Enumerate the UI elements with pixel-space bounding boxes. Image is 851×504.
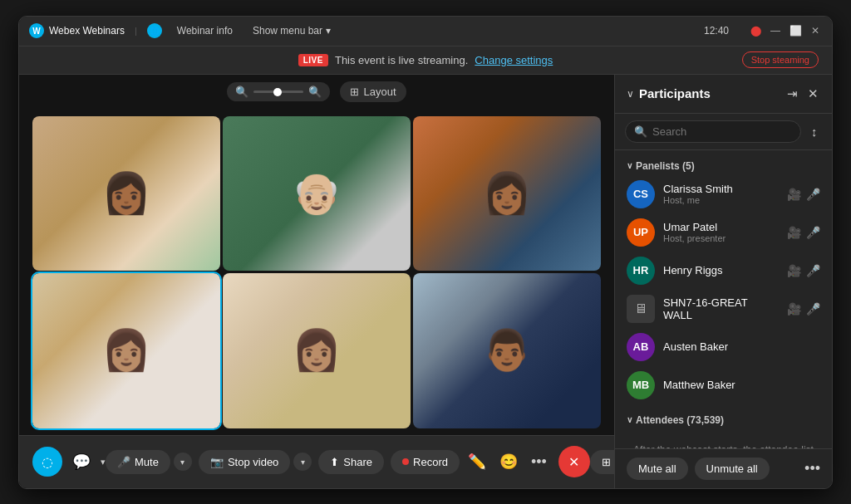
apps-icon: ⊞ (602, 456, 611, 468)
webinar-info-button[interactable]: Webinar info (172, 23, 238, 38)
participant-name-clarissa: Clarissa Smith (663, 183, 779, 195)
person-figure-6: 👨🏾 (413, 273, 601, 428)
person-figure-5: 👩🏽 (223, 273, 411, 428)
video-cell-4[interactable]: 👩🏽 (32, 273, 220, 428)
avatar-device: 🖥 (627, 295, 655, 323)
participant-item-henry[interactable]: HR Henry Riggs 🎥 🎤 (615, 252, 832, 290)
video-cell-3[interactable]: 👩🏾 (413, 116, 601, 272)
participant-role-umar: Host, presenter (663, 233, 779, 243)
search-input[interactable] (652, 125, 792, 138)
mic-icon: 🎤 (117, 456, 130, 468)
app-logo: W Webex Webinars (29, 23, 125, 38)
app-name: Webex Webinars (49, 25, 125, 37)
bottom-toolbar: ◌ 💬 ▾ 🎤 Mute ▾ 📷 Stop video ▾ (19, 435, 614, 488)
zoom-control: 🔍 🔍 (227, 82, 330, 101)
maximize-button[interactable]: ⬜ (789, 24, 802, 37)
panel-chevron-icon: ∨ (627, 88, 634, 100)
participant-item-matthew[interactable]: MB Matthew Baker (615, 366, 832, 404)
close-panel-button[interactable]: ✕ (806, 85, 820, 103)
participant-info-matthew: Matthew Baker (663, 379, 820, 391)
record-button[interactable]: Record (391, 450, 460, 474)
stop-video-button[interactable]: 📷 Stop video (199, 450, 290, 474)
change-settings-link[interactable]: Change settings (475, 54, 553, 66)
chat-button[interactable]: 💬 (67, 448, 96, 476)
stop-streaming-button[interactable]: Stop steaming (742, 51, 819, 68)
attendees-section-header: ∨ Attendees (73,539) (615, 409, 832, 429)
search-input-wrap: 🔍 (625, 120, 801, 143)
panel-footer: Mute all Unmute all ••• (615, 448, 832, 488)
video-cell-5[interactable]: 👩🏽 (223, 273, 411, 428)
show-menu-label: Show menu bar (253, 25, 322, 37)
layout-button[interactable]: ⊞ Layout (340, 81, 406, 102)
video-grid: 👩🏾 👴🏼 👩🏾 👩🏽 👩🏽 👨🏾 (19, 110, 614, 435)
video-cell-1[interactable]: 👩🏾 (32, 116, 220, 272)
video-icon-clarissa: 🎥 (787, 188, 801, 201)
participant-icons-clarissa: 🎥 🎤 (787, 188, 820, 201)
video-section: 🔍 🔍 ⊞ Layout 👩🏾 👴🏼 (19, 75, 614, 488)
participant-icons-henry: 🎥 🎤 (787, 264, 820, 277)
avatar-henry: HR (627, 257, 655, 285)
participant-info-clarissa: Clarissa Smith Host, me (663, 183, 779, 205)
activity-button[interactable]: ◌ (32, 447, 62, 477)
zoom-slider[interactable] (253, 91, 303, 93)
record-dot-icon (402, 458, 409, 465)
participant-name-device: SHN7-16-GREAT WALL (663, 296, 779, 321)
person-figure-2: 👴🏼 (223, 116, 411, 272)
participant-role-clarissa: Host, me (663, 195, 779, 205)
emoji-button[interactable]: 😊 (494, 448, 523, 476)
layout-grid-icon: ⊞ (350, 86, 359, 98)
exit-button[interactable]: ✕ (809, 24, 822, 37)
panelists-chevron-icon: ∨ (627, 161, 632, 170)
toolbar-center: 🎤 Mute ▾ 📷 Stop video ▾ ⬆ Share (106, 446, 590, 477)
avatar-clarissa: CS (627, 180, 655, 208)
search-bar-area: 🔍 ↕ (615, 114, 832, 150)
mute-chevron-button[interactable]: ▾ (174, 453, 192, 471)
minimize-button[interactable]: — (769, 24, 782, 37)
person-figure-1: 👩🏾 (32, 116, 220, 272)
close-button[interactable]: ⬤ (749, 24, 762, 37)
record-label: Record (413, 456, 448, 468)
share-button[interactable]: ⬆ Share (318, 450, 384, 474)
sort-button[interactable]: ↕ (806, 123, 823, 140)
app-window: W Webex Webinars | 🌐 Webinar info Show m… (18, 16, 833, 489)
participants-panel: ∨ Participants ⇥ ✕ 🔍 ↕ (614, 75, 832, 488)
unmute-all-button[interactable]: Unmute all (695, 458, 770, 480)
video-cell-6[interactable]: 👨🏾 (413, 273, 601, 428)
apps-button[interactable]: ⊞ Apps (590, 450, 614, 474)
participant-item-clarissa[interactable]: CS Clarissa Smith Host, me 🎥 🎤 (615, 175, 832, 213)
title-bar: W Webex Webinars | 🌐 Webinar info Show m… (19, 17, 832, 46)
popout-button[interactable]: ⇥ (785, 85, 799, 103)
more-button[interactable]: ••• (526, 448, 552, 476)
mute-label: Mute (135, 456, 159, 468)
show-menu-bar-button[interactable]: Show menu bar ▾ (248, 23, 336, 38)
participant-icons-device: 🎥 🎤 (787, 302, 820, 316)
video-cell-2[interactable]: 👴🏼 (223, 116, 411, 272)
toolbar-right: ⊞ Apps 👥 💬 ••• (590, 448, 614, 476)
panel-title: Participants (639, 86, 785, 100)
panel-header: ∨ Participants ⇥ ✕ (615, 75, 832, 114)
video-icon-umar: 🎥 (787, 226, 801, 239)
layout-label: Layout (363, 86, 396, 98)
participant-item-device[interactable]: 🖥 SHN7-16-GREAT WALL 🎥 🎤 (615, 290, 832, 328)
participant-icons-umar: 🎥 🎤 (787, 226, 820, 239)
avatar-matthew: MB (627, 371, 655, 399)
panel-more-button[interactable]: ••• (804, 460, 820, 477)
video-chevron-button[interactable]: ▾ (293, 453, 312, 471)
zoom-out-icon[interactable]: 🔍 (235, 86, 248, 98)
mic-muted-icon-henry: 🎤 (806, 264, 820, 277)
avatar-austen: AB (627, 333, 655, 361)
mute-button[interactable]: 🎤 Mute (106, 450, 170, 474)
mute-all-button[interactable]: Mute all (627, 458, 688, 480)
reactions-icon-button[interactable]: ✏️ (463, 448, 491, 476)
share-icon: ⬆ (330, 456, 339, 468)
attendees-label: Attendees (73,539) (636, 414, 724, 426)
participant-item-austen[interactable]: AB Austen Baker (615, 328, 832, 366)
video-icon-device: 🎥 (787, 302, 801, 316)
toolbar-left: ◌ 💬 ▾ (32, 447, 106, 477)
person-figure-3: 👩🏾 (413, 116, 601, 272)
participant-item-umar[interactable]: UP Umar Patel Host, presenter 🎥 🎤 (615, 213, 832, 252)
main-area: 🔍 🔍 ⊞ Layout 👩🏾 👴🏼 (19, 75, 832, 488)
attendees-desc-text: After the webcast starts, the attendee l… (627, 436, 820, 448)
end-call-button[interactable]: ✕ (558, 446, 590, 477)
zoom-in-icon[interactable]: 🔍 (308, 86, 322, 98)
